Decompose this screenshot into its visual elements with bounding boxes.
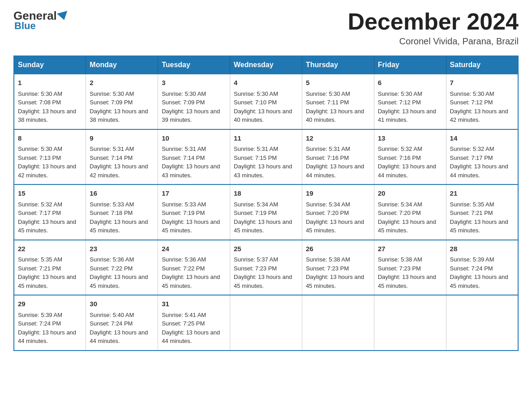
day-number: 17 (162, 188, 226, 199)
calendar-cell: 9 Sunrise: 5:31 AM Sunset: 7:14 PM Dayli… (86, 129, 158, 185)
calendar-cell: 14 Sunrise: 5:32 AM Sunset: 7:17 PM Dayl… (446, 129, 518, 185)
calendar-header-row: Sunday Monday Tuesday Wednesday Thursday… (14, 56, 518, 74)
calendar-table: Sunday Monday Tuesday Wednesday Thursday… (13, 56, 519, 351)
calendar-cell: 31 Sunrise: 5:41 AM Sunset: 7:25 PM Dayl… (158, 295, 230, 351)
daylight-info: Daylight: 13 hours and 43 minutes. (162, 163, 220, 179)
day-number: 31 (162, 299, 226, 309)
calendar-week-5: 29 Sunrise: 5:39 AM Sunset: 7:24 PM Dayl… (14, 295, 518, 351)
day-number: 5 (306, 78, 370, 88)
daylight-info: Daylight: 13 hours and 42 minutes. (450, 108, 508, 124)
sunset-info: Sunset: 7:16 PM (306, 154, 349, 161)
calendar-week-2: 8 Sunrise: 5:30 AM Sunset: 7:13 PM Dayli… (14, 129, 518, 185)
daylight-info: Daylight: 13 hours and 42 minutes. (18, 163, 76, 179)
logo-blue-label: Blue (13, 20, 36, 32)
sunrise-info: Sunrise: 5:33 AM (162, 201, 206, 208)
logo: General Blue (13, 9, 69, 32)
calendar-cell: 5 Sunrise: 5:30 AM Sunset: 7:11 PM Dayli… (302, 74, 374, 129)
sunset-info: Sunset: 7:12 PM (450, 99, 493, 106)
sunset-info: Sunset: 7:20 PM (378, 210, 421, 216)
sunrise-info: Sunrise: 5:30 AM (306, 90, 350, 97)
daylight-info: Daylight: 13 hours and 38 minutes. (90, 108, 148, 124)
sunrise-info: Sunrise: 5:30 AM (378, 90, 422, 97)
calendar-cell: 11 Sunrise: 5:31 AM Sunset: 7:15 PM Dayl… (230, 129, 302, 185)
sunrise-info: Sunrise: 5:31 AM (90, 146, 134, 152)
sunset-info: Sunset: 7:10 PM (234, 99, 277, 106)
day-number: 24 (162, 244, 226, 254)
calendar-cell: 13 Sunrise: 5:32 AM Sunset: 7:16 PM Dayl… (374, 129, 446, 185)
sunset-info: Sunset: 7:15 PM (234, 154, 277, 161)
calendar-week-4: 22 Sunrise: 5:35 AM Sunset: 7:21 PM Dayl… (14, 240, 518, 295)
day-number: 23 (90, 244, 154, 254)
day-number: 22 (18, 244, 82, 254)
daylight-info: Daylight: 13 hours and 45 minutes. (18, 274, 76, 289)
sunrise-info: Sunrise: 5:32 AM (18, 201, 62, 208)
daylight-info: Daylight: 13 hours and 44 minutes. (90, 329, 148, 345)
sunrise-info: Sunrise: 5:36 AM (162, 256, 206, 263)
day-number: 26 (306, 244, 370, 254)
day-number: 12 (306, 133, 370, 144)
day-number: 13 (378, 133, 442, 144)
sunset-info: Sunset: 7:13 PM (18, 154, 61, 161)
sunset-info: Sunset: 7:23 PM (306, 265, 349, 272)
daylight-info: Daylight: 13 hours and 45 minutes. (306, 274, 364, 289)
day-number: 19 (306, 188, 370, 199)
day-number: 25 (234, 244, 298, 254)
calendar-cell: 1 Sunrise: 5:30 AM Sunset: 7:08 PM Dayli… (14, 74, 86, 129)
sunrise-info: Sunrise: 5:30 AM (90, 90, 134, 97)
col-wednesday: Wednesday (230, 56, 302, 74)
daylight-info: Daylight: 13 hours and 45 minutes. (162, 274, 220, 289)
sunset-info: Sunset: 7:16 PM (378, 154, 421, 161)
daylight-info: Daylight: 13 hours and 45 minutes. (18, 218, 76, 234)
sunset-info: Sunset: 7:24 PM (450, 265, 493, 272)
daylight-info: Daylight: 13 hours and 38 minutes. (18, 108, 76, 124)
daylight-info: Daylight: 13 hours and 45 minutes. (90, 274, 148, 289)
daylight-info: Daylight: 13 hours and 44 minutes. (306, 163, 364, 179)
calendar-cell: 29 Sunrise: 5:39 AM Sunset: 7:24 PM Dayl… (14, 295, 86, 351)
daylight-info: Daylight: 13 hours and 44 minutes. (378, 163, 436, 179)
calendar-cell (374, 295, 446, 351)
sunrise-info: Sunrise: 5:40 AM (90, 312, 134, 318)
sunset-info: Sunset: 7:22 PM (162, 265, 205, 272)
sunset-info: Sunset: 7:20 PM (306, 210, 349, 216)
calendar-cell: 2 Sunrise: 5:30 AM Sunset: 7:09 PM Dayli… (86, 74, 158, 129)
sunset-info: Sunset: 7:09 PM (90, 99, 133, 106)
page-header: General Blue December 2024 Coronel Vivid… (13, 9, 519, 47)
sunrise-info: Sunrise: 5:31 AM (162, 146, 206, 152)
calendar-cell: 26 Sunrise: 5:38 AM Sunset: 7:23 PM Dayl… (302, 240, 374, 295)
sunrise-info: Sunrise: 5:32 AM (378, 146, 422, 152)
daylight-info: Daylight: 13 hours and 42 minutes. (90, 163, 148, 179)
sunrise-info: Sunrise: 5:35 AM (18, 256, 62, 263)
daylight-info: Daylight: 13 hours and 45 minutes. (234, 218, 292, 234)
sunrise-info: Sunrise: 5:32 AM (450, 146, 494, 152)
sunrise-info: Sunrise: 5:31 AM (306, 146, 350, 152)
day-number: 14 (450, 133, 514, 144)
sunrise-info: Sunrise: 5:30 AM (162, 90, 206, 97)
col-monday: Monday (86, 56, 158, 74)
col-tuesday: Tuesday (158, 56, 230, 74)
calendar-cell: 23 Sunrise: 5:36 AM Sunset: 7:22 PM Dayl… (86, 240, 158, 295)
location-subtitle: Coronel Vivida, Parana, Brazil (348, 36, 519, 47)
day-number: 3 (162, 78, 226, 88)
sunset-info: Sunset: 7:14 PM (162, 154, 205, 161)
col-thursday: Thursday (302, 56, 374, 74)
daylight-info: Daylight: 13 hours and 44 minutes. (162, 329, 220, 345)
calendar-cell (302, 295, 374, 351)
daylight-info: Daylight: 13 hours and 45 minutes. (90, 218, 148, 234)
calendar-cell: 15 Sunrise: 5:32 AM Sunset: 7:17 PM Dayl… (14, 184, 86, 240)
sunset-info: Sunset: 7:14 PM (90, 154, 133, 161)
day-number: 10 (162, 133, 226, 144)
calendar-cell: 3 Sunrise: 5:30 AM Sunset: 7:09 PM Dayli… (158, 74, 230, 129)
day-number: 1 (18, 78, 82, 88)
calendar-cell: 25 Sunrise: 5:37 AM Sunset: 7:23 PM Dayl… (230, 240, 302, 295)
calendar-cell (230, 295, 302, 351)
calendar-cell: 20 Sunrise: 5:34 AM Sunset: 7:20 PM Dayl… (374, 184, 446, 240)
day-number: 8 (18, 133, 82, 144)
sunset-info: Sunset: 7:18 PM (90, 210, 133, 216)
sunrise-info: Sunrise: 5:34 AM (306, 201, 350, 208)
sunset-info: Sunset: 7:12 PM (378, 99, 421, 106)
day-number: 29 (18, 299, 82, 309)
sunset-info: Sunset: 7:08 PM (18, 99, 61, 106)
day-number: 2 (90, 78, 154, 88)
col-saturday: Saturday (446, 56, 518, 74)
daylight-info: Daylight: 13 hours and 45 minutes. (234, 274, 292, 289)
